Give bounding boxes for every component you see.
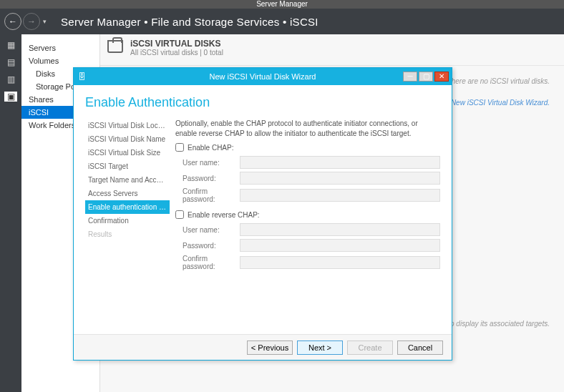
panel-title: iSCSI VIRTUAL DISKS	[130, 39, 223, 49]
chap-confirm-input[interactable]	[240, 189, 440, 202]
rchap-confirm-input[interactable]	[240, 256, 440, 269]
step-auth[interactable]: Enable authentication ser…	[85, 200, 170, 214]
sidenav-item-volumes[interactable]: Volumes	[21, 54, 99, 67]
sidenav-item-servers[interactable]: Servers	[21, 41, 99, 54]
wizard-dialog: 🗄 New iSCSI Virtual Disk Wizard ─ ▢ ✕ En…	[73, 67, 452, 361]
header: ← → ▾ Server Manager • File and Storage …	[0, 9, 564, 34]
forward-button[interactable]: →	[23, 13, 40, 30]
chevron-down-icon[interactable]: ▾	[43, 18, 47, 25]
chap-pass-input[interactable]	[240, 172, 440, 185]
hint-none: There are no iSCSI virtual disks.	[447, 77, 550, 85]
rchap-pass-input[interactable]	[240, 239, 440, 252]
wizard-footer: < Previous Next > Create Cancel	[74, 334, 452, 360]
rail-dashboard-icon[interactable]: ▦	[4, 40, 17, 50]
panel-subtitle: All iSCSI virtual disks | 0 total	[130, 49, 223, 57]
step-target-name[interactable]: Target Name and Access	[85, 173, 170, 187]
panel-header: iSCSI VIRTUAL DISKS All iSCSI virtual di…	[100, 34, 564, 66]
cancel-button[interactable]: Cancel	[397, 340, 443, 355]
chap-confirm-label: Confirm password:	[175, 187, 240, 203]
rchap-user-label: User name:	[175, 226, 240, 234]
step-confirm[interactable]: Confirmation	[85, 214, 170, 227]
wizard-title-text: New iSCSI Virtual Disk Wizard	[210, 72, 316, 81]
app-titlebar: Server Manager	[0, 0, 564, 9]
wizard-description: Optionally, enable the CHAP protocol to …	[175, 119, 440, 139]
chap-pass-label: Password:	[175, 175, 240, 182]
rchap-pass-label: Password:	[175, 242, 240, 250]
enable-chap-checkbox[interactable]	[175, 143, 184, 152]
arrow-right-icon: →	[27, 16, 36, 26]
close-button[interactable]: ✕	[434, 72, 449, 82]
wizard-steps: iSCSI Virtual Disk Location iSCSI Virtua…	[85, 119, 170, 328]
breadcrumb[interactable]: Server Manager • File and Storage Servic…	[51, 16, 319, 28]
nav-rail: ▦ ▤ ▥ ▣	[0, 34, 21, 392]
step-target[interactable]: iSCSI Target	[85, 160, 170, 173]
chap-user-input[interactable]	[240, 156, 440, 169]
minimize-button[interactable]: ─	[403, 72, 417, 82]
rchap-user-input[interactable]	[240, 223, 440, 236]
step-size[interactable]: iSCSI Virtual Disk Size	[85, 146, 170, 160]
rail-all-icon[interactable]: ▥	[4, 74, 17, 84]
hdd-icon	[107, 40, 123, 53]
chap-user-label: User name:	[175, 159, 240, 167]
step-name[interactable]: iSCSI Virtual Disk Name	[85, 132, 170, 146]
step-results: Results	[85, 227, 170, 241]
rail-storage-icon[interactable]: ▣	[4, 92, 17, 102]
enable-reverse-chap-checkbox[interactable]	[175, 210, 184, 219]
rchap-confirm-label: Confirm password:	[175, 255, 240, 270]
wizard-heading: Enable Authentication	[85, 95, 440, 110]
previous-button[interactable]: < Previous	[247, 340, 293, 355]
maximize-button[interactable]: ▢	[419, 72, 433, 82]
create-button: Create	[347, 340, 393, 355]
step-location[interactable]: iSCSI Virtual Disk Location	[85, 119, 170, 132]
next-button[interactable]: Next >	[297, 340, 343, 355]
wizard-icon: 🗄	[78, 72, 86, 81]
wizard-form: Optionally, enable the CHAP protocol to …	[175, 119, 440, 328]
enable-chap-label: Enable CHAP:	[188, 144, 233, 152]
rail-server-icon[interactable]: ▤	[4, 57, 17, 67]
wizard-titlebar[interactable]: 🗄 New iSCSI Virtual Disk Wizard ─ ▢ ✕	[74, 68, 452, 85]
enable-reverse-chap-label: Enable reverse CHAP:	[188, 211, 260, 219]
arrow-left-icon: ←	[9, 16, 17, 26]
step-access[interactable]: Access Servers	[85, 187, 170, 200]
nav-arrows: ← → ▾	[0, 13, 51, 30]
back-button[interactable]: ←	[4, 13, 21, 30]
